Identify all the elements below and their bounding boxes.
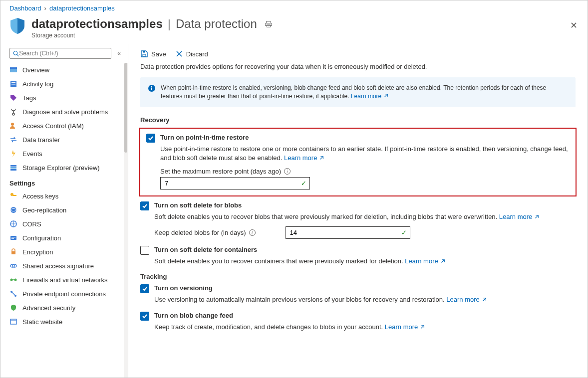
cors-icon bbox=[9, 220, 17, 228]
svg-rect-17 bbox=[13, 195, 16, 196]
svg-rect-36 bbox=[143, 51, 145, 53]
sidebar-item-encryption[interactable]: Encryption bbox=[0, 245, 124, 259]
page-subtitle: Data protection bbox=[176, 17, 257, 31]
check-icon: ✓ bbox=[401, 229, 407, 236]
changefeed-checkbox[interactable] bbox=[140, 312, 149, 321]
activity-log-icon bbox=[9, 80, 17, 88]
svg-rect-6 bbox=[10, 67, 17, 69]
close-icon[interactable]: ✕ bbox=[567, 17, 581, 34]
overview-icon bbox=[9, 66, 17, 74]
sidebar-item-sas[interactable]: Shared access signature bbox=[0, 259, 124, 273]
external-link-icon bbox=[534, 214, 539, 219]
sidebar-item-events[interactable]: Events bbox=[0, 147, 124, 161]
svg-point-12 bbox=[11, 123, 14, 126]
svg-rect-21 bbox=[10, 236, 16, 240]
pitr-learn-more-link[interactable]: Learn more bbox=[284, 154, 324, 163]
sidebar-item-diagnose[interactable]: Diagnose and solve problems bbox=[0, 105, 124, 119]
lock-icon bbox=[9, 248, 17, 256]
info-banner: When point-in-time restore is enabled, v… bbox=[140, 77, 576, 107]
changefeed-title: Turn on blob change feed bbox=[154, 312, 233, 319]
storage-explorer-icon bbox=[9, 164, 17, 172]
pitr-title: Turn on point-in-time restore bbox=[160, 134, 249, 141]
pitr-days-input[interactable]: ✓ bbox=[160, 177, 310, 189]
sidebar-item-access-control[interactable]: Access Control (IAM) bbox=[0, 119, 124, 133]
svg-rect-33 bbox=[10, 319, 16, 324]
softdelete-blobs-checkbox[interactable] bbox=[140, 201, 149, 210]
svg-rect-0 bbox=[266, 21, 271, 23]
softdelete-containers-title: Turn on soft delete for containers bbox=[154, 246, 257, 253]
firewall-icon bbox=[9, 276, 17, 284]
info-icon bbox=[148, 84, 156, 92]
sidebar-section-settings: Settings bbox=[0, 175, 124, 189]
softdelete-blobs-learn-link[interactable]: Learn more bbox=[499, 212, 539, 221]
versioning-learn-link[interactable]: Learn more bbox=[446, 295, 486, 304]
discard-button[interactable]: Discard bbox=[175, 50, 208, 58]
pitr-highlight: Turn on point-in-time restore Use point-… bbox=[139, 128, 577, 196]
sidebar-item-data-transfer[interactable]: Data transfer bbox=[0, 133, 124, 147]
sidebar-scrollbar[interactable] bbox=[124, 63, 128, 378]
svg-rect-14 bbox=[10, 167, 16, 169]
intro-text: Data protection provides options for rec… bbox=[128, 63, 588, 77]
pitr-checkbox[interactable] bbox=[146, 134, 155, 143]
sidebar-item-cors[interactable]: CORS bbox=[0, 217, 124, 231]
sidebar-item-storage-explorer[interactable]: Storage Explorer (preview) bbox=[0, 161, 124, 175]
banner-learn-more-link[interactable]: Learn more bbox=[351, 93, 388, 100]
svg-line-4 bbox=[17, 54, 18, 56]
svg-point-28 bbox=[14, 279, 17, 281]
softdelete-containers-checkbox[interactable] bbox=[140, 246, 149, 255]
info-tooltip-icon[interactable]: i bbox=[249, 229, 256, 236]
save-icon bbox=[140, 50, 148, 58]
sidebar-item-firewalls[interactable]: Firewalls and virtual networks bbox=[0, 273, 124, 287]
save-button[interactable]: Save bbox=[140, 50, 166, 58]
sidebar-item-tags[interactable]: Tags bbox=[0, 91, 124, 105]
softdelete-blobs-field-label: Keep deleted blobs for (in days) bbox=[154, 229, 246, 236]
globe-icon bbox=[9, 206, 17, 214]
sidebar-item-static-website[interactable]: Static website bbox=[0, 315, 124, 329]
search-icon bbox=[13, 50, 19, 57]
sidebar-item-geo-replication[interactable]: Geo-replication bbox=[0, 203, 124, 217]
svg-point-3 bbox=[13, 51, 17, 55]
softdelete-containers-learn-link[interactable]: Learn more bbox=[405, 257, 445, 266]
tracking-heading: Tracking bbox=[128, 273, 588, 284]
sidebar-item-activity-log[interactable]: Activity log bbox=[0, 77, 124, 91]
data-transfer-icon bbox=[9, 136, 17, 144]
sidebar-item-private-endpoint[interactable]: Private endpoint connections bbox=[0, 287, 124, 301]
collapse-sidebar-icon[interactable]: « bbox=[115, 48, 123, 59]
sas-icon bbox=[9, 262, 17, 270]
svg-rect-13 bbox=[10, 165, 16, 167]
versioning-title: Turn on versioning bbox=[154, 284, 213, 292]
svg-rect-23 bbox=[11, 238, 14, 239]
info-tooltip-icon[interactable]: i bbox=[284, 168, 291, 175]
external-link-icon bbox=[482, 297, 487, 302]
recovery-heading: Recovery bbox=[128, 116, 588, 128]
svg-rect-41 bbox=[151, 88, 152, 91]
diagnose-icon bbox=[9, 108, 17, 116]
versioning-checkbox[interactable] bbox=[140, 284, 149, 293]
svg-rect-35 bbox=[143, 54, 146, 56]
softdelete-blobs-days-input[interactable]: ✓ bbox=[286, 226, 410, 239]
toolbar: Save Discard bbox=[128, 44, 588, 63]
sidebar-item-overview[interactable]: Overview bbox=[0, 63, 124, 77]
key-icon bbox=[9, 192, 17, 200]
external-link-icon bbox=[440, 259, 445, 264]
breadcrumb: Dashboard › dataprotectionsamples bbox=[0, 0, 588, 14]
print-icon[interactable] bbox=[265, 21, 272, 28]
page-title: dataprotectionsamples bbox=[31, 17, 163, 31]
sidebar-item-configuration[interactable]: Configuration bbox=[0, 231, 124, 245]
changefeed-learn-link[interactable]: Learn more bbox=[385, 323, 425, 332]
breadcrumb-current[interactable]: dataprotectionsamples bbox=[49, 4, 115, 12]
svg-rect-1 bbox=[266, 23, 272, 25]
configuration-icon bbox=[9, 234, 17, 242]
external-link-icon bbox=[383, 93, 388, 98]
sidebar-item-access-keys[interactable]: Access keys bbox=[0, 189, 124, 203]
tags-icon bbox=[9, 94, 17, 102]
svg-rect-15 bbox=[10, 169, 16, 171]
security-icon bbox=[9, 304, 17, 312]
page-header: dataprotectionsamples | Data protection … bbox=[0, 14, 588, 44]
sidebar-item-advanced-security[interactable]: Advanced security bbox=[0, 301, 124, 315]
svg-rect-9 bbox=[11, 84, 15, 85]
svg-line-32 bbox=[12, 292, 15, 295]
softdelete-blobs-title: Turn on soft delete for blobs bbox=[154, 201, 242, 209]
search-input[interactable] bbox=[9, 48, 111, 59]
breadcrumb-root[interactable]: Dashboard bbox=[9, 4, 41, 12]
